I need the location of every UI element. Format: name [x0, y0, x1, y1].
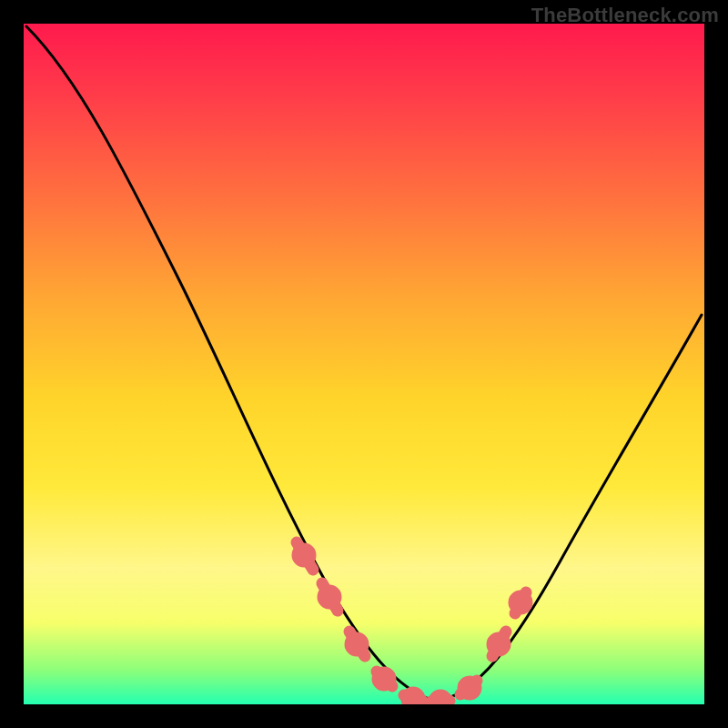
optimal-band	[297, 542, 527, 704]
svg-point-12	[378, 672, 390, 685]
watermark-text: TheBottleneck.com	[531, 4, 719, 27]
svg-point-16	[492, 638, 505, 651]
svg-point-14	[434, 695, 447, 704]
bottleneck-curve	[26, 26, 702, 702]
svg-point-9	[298, 549, 310, 561]
svg-point-10	[323, 591, 336, 603]
svg-point-11	[350, 638, 363, 651]
curve-layer	[24, 24, 704, 704]
svg-point-15	[463, 682, 476, 694]
svg-point-13	[407, 693, 420, 704]
svg-point-17	[514, 596, 527, 609]
chart-frame: TheBottleneck.com	[0, 0, 728, 728]
plot-area	[24, 24, 704, 704]
